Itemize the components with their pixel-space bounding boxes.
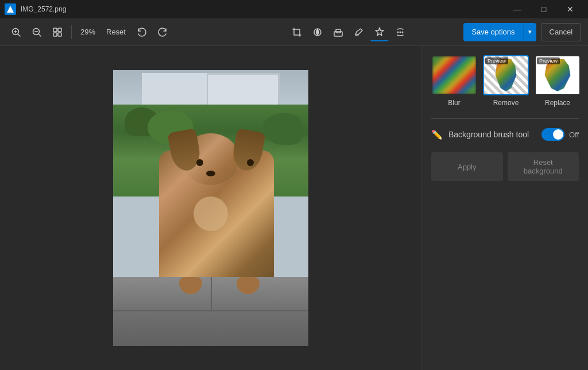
brush-toggle[interactable] (541, 128, 564, 141)
remove-option[interactable]: Preview Remove (483, 55, 529, 107)
title-bar-left: IMG_2572.png (5, 3, 66, 15)
apply-button[interactable]: Apply (431, 152, 503, 181)
remove-thumbnail: Preview (483, 55, 529, 95)
adjust-button[interactable] (308, 23, 327, 41)
toolbar: 29% Reset (0, 18, 588, 46)
save-options-button[interactable]: Save options (463, 23, 523, 41)
zoom-in-button[interactable] (7, 23, 25, 41)
redo-button[interactable] (153, 23, 172, 41)
svg-point-17 (401, 31, 403, 33)
effects-icon (374, 26, 385, 37)
panel-divider (431, 118, 579, 119)
svg-rect-7 (53, 28, 57, 32)
save-options-wrapper: Save options ▾ (463, 23, 536, 41)
blur-thumbnail (431, 55, 477, 95)
replace-preview-badge: Preview (537, 57, 560, 64)
more-tools-icon (395, 27, 405, 37)
cancel-button[interactable]: Cancel (541, 23, 581, 41)
maximize-button[interactable]: □ (531, 0, 557, 18)
minimize-button[interactable]: — (504, 0, 531, 18)
blur-preview (432, 56, 476, 94)
blur-label: Blur (448, 99, 460, 107)
toolbar-center (235, 23, 462, 41)
window-controls: — □ ✕ (504, 0, 583, 18)
replace-option[interactable]: Preview Replace (535, 55, 581, 107)
undo-icon (137, 27, 147, 37)
replace-label: Replace (545, 99, 570, 107)
main-content: Blur Preview Remove Preview (0, 46, 588, 370)
crop-icon (292, 27, 302, 37)
svg-point-16 (399, 31, 401, 33)
toolbar-separator-1 (71, 25, 72, 39)
svg-rect-12 (334, 32, 342, 36)
toggle-state-label: Off (569, 130, 579, 139)
crop-button[interactable] (288, 23, 306, 41)
reset-background-button[interactable]: Reset background (508, 152, 579, 181)
svg-line-1 (18, 34, 21, 36)
svg-rect-13 (336, 29, 341, 33)
brush-tool-row: ✏️ Background brush tool Off (431, 128, 579, 141)
close-button[interactable]: ✕ (557, 0, 583, 18)
brush-tool-label: Background brush tool (448, 130, 536, 139)
toggle-knob (553, 129, 563, 140)
svg-rect-9 (53, 33, 57, 36)
app-icon (5, 3, 16, 15)
undo-button[interactable] (133, 23, 151, 41)
background-options: Blur Preview Remove Preview (431, 55, 579, 107)
toolbar-right: Save options ▾ Cancel (463, 23, 581, 41)
redo-icon (157, 27, 168, 37)
effects-button[interactable] (370, 23, 389, 41)
svg-point-15 (397, 31, 399, 33)
draw-button[interactable] (350, 23, 368, 41)
toggle-container: Off (541, 128, 579, 141)
right-panel: Blur Preview Remove Preview (421, 46, 588, 370)
adjust-icon (312, 27, 323, 37)
title-bar: IMG_2572.png — □ ✕ (0, 0, 588, 18)
draw-icon (354, 27, 364, 37)
more-tools-button[interactable] (391, 23, 409, 41)
erase-button[interactable] (329, 23, 347, 41)
zoom-out-button[interactable] (28, 23, 46, 41)
dog-image (113, 70, 308, 346)
remove-label: Remove (493, 99, 519, 107)
fit-button[interactable] (48, 23, 67, 41)
window-title: IMG_2572.png (21, 5, 66, 13)
reset-button[interactable]: Reset (102, 25, 130, 38)
zoom-level: 29% (76, 28, 99, 36)
fit-icon (52, 27, 63, 37)
action-buttons: Apply Reset background (431, 152, 579, 181)
replace-thumbnail: Preview (535, 55, 581, 95)
image-container (113, 70, 308, 346)
svg-rect-8 (58, 28, 61, 32)
svg-line-5 (39, 34, 41, 36)
brush-icon: ✏️ (431, 129, 443, 140)
toolbar-left: 29% Reset (7, 23, 233, 41)
svg-rect-10 (58, 33, 61, 36)
zoom-out-icon (32, 27, 42, 37)
remove-preview-badge: Preview (485, 57, 508, 64)
zoom-in-icon (11, 27, 21, 37)
save-dropdown-button[interactable]: ▾ (523, 23, 536, 41)
blur-option[interactable]: Blur (431, 55, 477, 107)
erase-icon (333, 27, 343, 37)
canvas-area (0, 46, 421, 370)
